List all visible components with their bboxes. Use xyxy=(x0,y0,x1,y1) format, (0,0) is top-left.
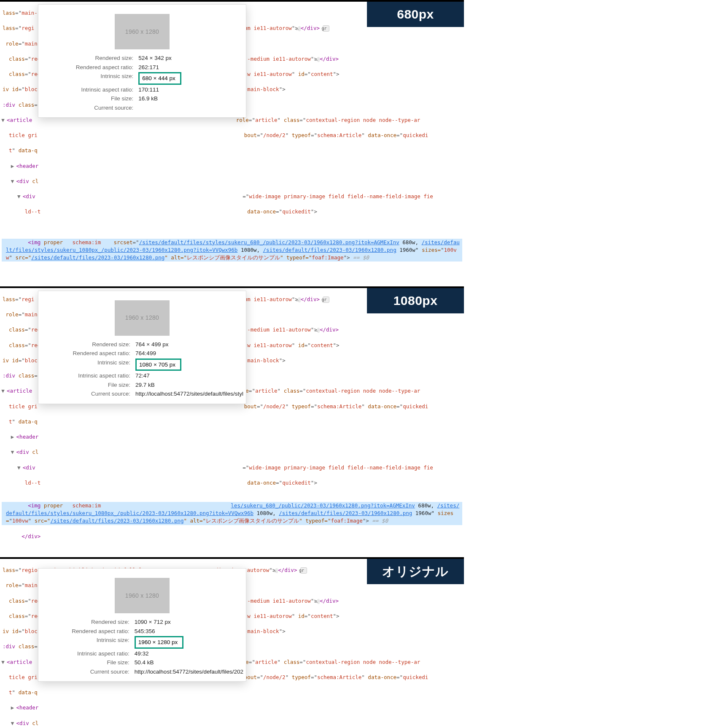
expand-arrow-icon[interactable]: ▼ xyxy=(19,464,23,472)
code-line[interactable]: ld--tdata-once="quickedit"> xyxy=(2,208,462,216)
image-info-tooltip: 1960 x 1280 Rendered size:764 × 499 px R… xyxy=(38,291,246,404)
code-line[interactable]: t" data-q xyxy=(2,418,462,426)
value-intrinsic-ar: 72:47 xyxy=(133,371,246,380)
image-info-tooltip: 1960 x 1280 Rendered size:524 × 342 px R… xyxy=(38,4,246,118)
code-line[interactable]: ▶<header xyxy=(2,162,462,170)
devtools-section-680: 680px 1960 x 1280 Rendered size:524 × 34… xyxy=(0,0,464,286)
intrinsic-size-highlight: 1960 × 1280 px xyxy=(135,636,183,649)
value-rendered-size: 764 × 499 px xyxy=(133,340,246,349)
image-info-tooltip: 1960 x 1280 Rendered size:1090 × 712 px … xyxy=(38,568,246,682)
expand-arrow-icon[interactable]: ▶ xyxy=(12,433,16,441)
code-line[interactable]: t" data-q xyxy=(2,147,462,154)
label-intrinsic-ar: Intrinsic aspect ratio: xyxy=(38,371,133,380)
code-line[interactable]: </div> xyxy=(2,533,462,540)
expand-arrow-icon[interactable]: ▼ xyxy=(12,448,16,456)
value-rendered-size: 1090 × 712 px xyxy=(132,617,246,627)
label-file-size: File size: xyxy=(38,94,136,103)
expand-arrow-icon[interactable]: ▼ xyxy=(3,387,7,395)
expand-arrow-icon[interactable]: ▼ xyxy=(19,193,23,200)
grid-badge[interactable]: gr xyxy=(323,297,329,303)
selected-marker: == $0 xyxy=(353,254,369,261)
code-line[interactable]: ▶<header xyxy=(2,433,462,441)
devtools-section-original: オリジナル 1960 x 1280 Rendered size:1090 × 7… xyxy=(0,557,464,728)
selected-img-element[interactable]: <img proper schema:imles/sukeru_680_/pub… xyxy=(2,502,462,525)
label-intrinsic-ar: Intrinsic aspect ratio: xyxy=(38,85,136,94)
value-rendered-size: 524 × 342 px xyxy=(136,54,246,63)
value-intrinsic-size: 1960 × 1280 px xyxy=(132,636,246,649)
code-line[interactable]: ▼<div cl xyxy=(2,178,462,185)
grid-badge[interactable]: gr xyxy=(323,25,329,32)
value-intrinsic-ar: 49:32 xyxy=(132,649,246,658)
expand-arrow-icon[interactable]: ▼ xyxy=(3,116,7,124)
expand-arrow-icon[interactable]: ▶ xyxy=(12,162,16,170)
section-badge: オリジナル xyxy=(367,559,464,584)
tooltip-thumbnail: 1960 x 1280 xyxy=(115,578,170,613)
srcset-link-orig[interactable]: /sites/default/files/2023-03/1960x1280.p… xyxy=(263,247,396,253)
value-intrinsic-ar: 170:111 xyxy=(136,85,246,94)
label-rendered-size: Rendered size: xyxy=(38,54,136,63)
label-current-source: Current source: xyxy=(38,667,132,677)
srcset-link-680-tail[interactable]: les/sukeru_680_/public/2023-03/1960x1280… xyxy=(231,502,415,509)
label-rendered-ar: Rendered aspect ratio: xyxy=(38,349,133,358)
code-line[interactable]: ld--tdata-once="quickedit"> xyxy=(2,479,462,487)
srcset-link-orig[interactable]: /sites/default/files/2023-03/1960x1280.p… xyxy=(279,510,412,516)
value-current-source[interactable] xyxy=(136,103,246,113)
value-rendered-ar: 764:499 xyxy=(133,349,246,358)
label-intrinsic-ar: Intrinsic aspect ratio: xyxy=(38,649,132,658)
code-line[interactable]: ▼<div ="wide-image primary-image field f… xyxy=(2,193,462,200)
value-file-size: 16.9 kB xyxy=(136,94,246,103)
label-intrinsic-size: Intrinsic size: xyxy=(38,358,133,372)
value-current-source[interactable]: http://localhost:54772/sites/default/fil… xyxy=(132,667,246,677)
value-rendered-ar: 545:356 xyxy=(132,627,246,636)
code-line[interactable]: ▼<div ="wide-image primary-image field f… xyxy=(2,464,462,472)
src-link[interactable]: /sites/default/files/2023-03/1960x1280.p… xyxy=(50,518,183,524)
code-line[interactable]: t" data-q xyxy=(2,689,462,696)
tooltip-properties-table: Rendered size:1090 × 712 px Rendered asp… xyxy=(38,617,246,676)
tooltip-thumbnail: 1960 x 1280 xyxy=(115,14,170,49)
value-file-size: 29.7 kB xyxy=(133,380,246,390)
value-rendered-ar: 262:171 xyxy=(136,63,246,72)
label-intrinsic-size: Intrinsic size: xyxy=(38,636,132,649)
section-badge: 680px xyxy=(367,2,464,27)
tooltip-properties-table: Rendered size:524 × 342 px Rendered aspe… xyxy=(38,54,246,112)
expand-arrow-icon[interactable]: ▼ xyxy=(3,658,7,666)
label-file-size: File size: xyxy=(38,658,132,667)
section-badge: 1080px xyxy=(367,288,464,313)
value-current-source[interactable]: http://localhost:54772/sites/default/fil… xyxy=(133,389,246,399)
tooltip-properties-table: Rendered size:764 × 499 px Rendered aspe… xyxy=(38,340,246,399)
selected-img-element[interactable]: <img proper schema:im srcset="/sites/def… xyxy=(2,239,462,262)
code-line[interactable]: ticle gribout="/node/2" typeof="schema:A… xyxy=(2,132,462,139)
label-current-source: Current source: xyxy=(38,103,136,113)
value-intrinsic-size: 680 × 444 px xyxy=(136,72,246,85)
label-rendered-ar: Rendered aspect ratio: xyxy=(38,63,136,72)
label-rendered-size: Rendered size: xyxy=(38,617,132,627)
srcset-link-680[interactable]: /sites/default/files/styles/sukeru_680_/… xyxy=(139,239,399,245)
label-rendered-size: Rendered size: xyxy=(38,340,133,349)
expand-arrow-icon[interactable]: ▼ xyxy=(12,178,16,185)
code-line[interactable]: ▶<header xyxy=(2,704,462,712)
label-rendered-ar: Rendered aspect ratio: xyxy=(38,627,132,636)
expand-arrow-icon[interactable]: ▼ xyxy=(12,720,16,727)
code-line[interactable]: ▼<div cl xyxy=(2,720,462,727)
value-file-size: 50.4 kB xyxy=(132,658,246,667)
intrinsic-size-highlight: 1080 × 705 px xyxy=(135,359,181,371)
expand-arrow-icon[interactable]: ▶ xyxy=(12,704,16,712)
devtools-section-1080: 1080px 1960 x 1280 Rendered size:764 × 4… xyxy=(0,286,464,557)
label-file-size: File size: xyxy=(38,380,133,390)
value-intrinsic-size: 1080 × 705 px xyxy=(133,358,246,372)
tooltip-thumbnail: 1960 x 1280 xyxy=(115,300,170,336)
src-link[interactable]: /sites/default/files/2023-03/1960x1280.p… xyxy=(31,254,164,261)
code-line[interactable]: ▼<div cl xyxy=(2,448,462,456)
selected-marker: == $0 xyxy=(372,518,388,524)
label-intrinsic-size: Intrinsic size: xyxy=(38,72,136,85)
grid-badge[interactable]: gr xyxy=(300,567,307,574)
intrinsic-size-highlight: 680 × 444 px xyxy=(138,72,181,85)
label-current-source: Current source: xyxy=(38,389,133,399)
